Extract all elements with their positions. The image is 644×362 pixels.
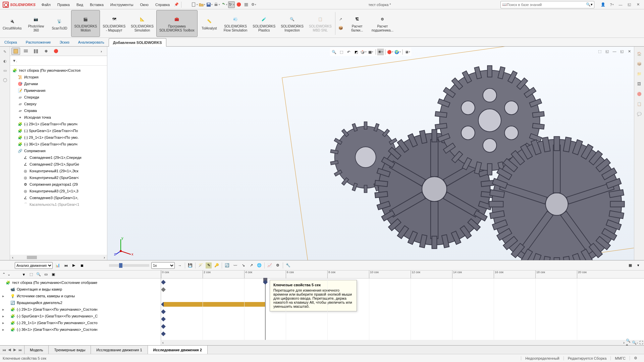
- gravity-icon[interactable]: 🌐: [256, 262, 262, 268]
- menu-справка[interactable]: Справка: [152, 1, 173, 8]
- study-tab[interactable]: Трехмерные виды: [49, 346, 91, 354]
- search-input[interactable]: [507, 3, 586, 7]
- resources-icon[interactable]: 📦: [636, 60, 643, 67]
- user-icon[interactable]: 👤: [600, 1, 606, 8]
- expand-panel-icon[interactable]: ▾: [635, 262, 641, 268]
- feature-tree-tab[interactable]: [11, 48, 20, 55]
- stop-icon[interactable]: ⏹: [79, 262, 85, 268]
- motor-icon[interactable]: 🔄: [224, 262, 230, 268]
- forum-icon[interactable]: 💬: [636, 110, 643, 118]
- view-settings-icon[interactable]: 🖥: [404, 49, 411, 55]
- status-units[interactable]: ММГС: [610, 356, 630, 360]
- tree-item[interactable]: ▱Спереди: [11, 94, 106, 101]
- tree-root[interactable]: 🧩тест сборка (По умолчанию<Состоя: [11, 67, 106, 74]
- gear-part[interactable]: [486, 134, 627, 260]
- property-tab[interactable]: [21, 48, 30, 55]
- tree-item[interactable]: 🎯Датчики: [11, 80, 106, 87]
- search-knowledge-base[interactable]: 📖 🔍▾: [500, 1, 594, 8]
- ribbon-button[interactable]: 📐SOLIDWORKSSimulation: [128, 10, 156, 37]
- keyframe[interactable]: [161, 317, 166, 321]
- add-key-icon[interactable]: 🔑: [214, 262, 220, 268]
- collapse-tree-icon[interactable]: ⌃: [1, 272, 6, 278]
- zoom-out-icon[interactable]: 🔍-: [632, 340, 638, 345]
- study-tab[interactable]: Исследование движения 2: [148, 346, 208, 354]
- zoom-fit-timeline-icon[interactable]: ⛶: [638, 340, 644, 345]
- ribbon-button[interactable]: ⚙Расчетподшипника...: [369, 10, 396, 37]
- ribbon-button[interactable]: 🗺SOLIDWORKS- Маршрут: [100, 10, 128, 37]
- keyframe[interactable]: [161, 331, 166, 336]
- calc-icon[interactable]: 📊: [55, 262, 61, 268]
- tree-item[interactable]: 🔗Сопряжения: [11, 147, 106, 154]
- zoom-fit-icon[interactable]: 🔍: [331, 49, 337, 55]
- command-tab[interactable]: Расположение: [21, 38, 55, 46]
- search-icon[interactable]: 🔍▾: [586, 2, 593, 7]
- new-icon[interactable]: [191, 1, 198, 8]
- keyframe[interactable]: [161, 280, 166, 285]
- save-icon[interactable]: [206, 1, 213, 8]
- play-start-icon[interactable]: ⏮: [63, 262, 69, 268]
- menu-правка[interactable]: Правка: [54, 1, 73, 8]
- expand-icon[interactable]: ›: [97, 48, 106, 55]
- expand-tree-icon[interactable]: ⌄: [6, 272, 11, 278]
- command-tab[interactable]: Сборка: [0, 38, 21, 46]
- tree-item[interactable]: ⌖Исходная точка: [11, 114, 106, 121]
- tree-item[interactable]: ∠Совпадение2 (29<1>,SpurGe: [11, 161, 106, 168]
- ribbon-button[interactable]: 🧪SOLIDWORKSPlastics: [250, 10, 278, 37]
- status-extra-icon[interactable]: ⚙: [630, 356, 641, 360]
- view-palette-icon[interactable]: 🖼: [636, 80, 643, 87]
- display-tab[interactable]: 🔴: [52, 48, 60, 55]
- tree-item[interactable]: ∠Совпадение1 (29<1>,Спереди: [11, 154, 106, 161]
- view-triad[interactable]: y x z: [114, 236, 134, 257]
- keyframe[interactable]: [161, 287, 166, 292]
- restore-icon[interactable]: ◱: [626, 1, 633, 8]
- menu-вставка[interactable]: Вставка: [87, 1, 107, 8]
- motion-tree-item[interactable]: ▸🧩(-) 29<1> (GearTrax<<По умолчанию>_Сос…: [1, 306, 160, 313]
- ribbon-button[interactable]: 🎬SOLIDWORKSMotion: [71, 10, 100, 37]
- home-icon[interactable]: 🏠: [636, 50, 643, 57]
- playmode-icon[interactable]: →: [177, 262, 183, 268]
- tree-item[interactable]: ◎Концентричный3 (29_1<1>,3: [11, 188, 106, 194]
- menu-вид[interactable]: Вид: [73, 1, 87, 8]
- motion-tree-item[interactable]: ▸🧩(-) 36<1> (GearTrax<<По умолчанию>_Сос…: [1, 326, 160, 333]
- command-tab[interactable]: Анализировать: [74, 38, 109, 46]
- ribbon-button[interactable]: 💨SOLIDWORKSFlow Simulation: [221, 10, 250, 37]
- motion-tree-root[interactable]: 🧩тест сборка (По умолчанию<Состояние ото…: [1, 279, 160, 286]
- appearances-icon[interactable]: 🔴: [636, 90, 643, 98]
- filter-icon[interactable]: ▼.: [11, 57, 18, 64]
- timeline-scrollbar[interactable]: ‹› 🔍+ 🔍- ⛶: [161, 340, 644, 345]
- appearance-icon[interactable]: 🔴: [387, 49, 394, 55]
- pin-icon[interactable]: 📌: [173, 1, 180, 8]
- hide-show-icon[interactable]: 👁: [377, 49, 384, 55]
- tree-opt4-icon[interactable]: ▣: [50, 272, 56, 278]
- tree-item[interactable]: 🧩(-) 36<1> (GearTrax<<По умолч: [11, 141, 106, 147]
- results-icon[interactable]: 📈: [267, 262, 273, 268]
- scene-icon[interactable]: 🌍: [394, 49, 401, 55]
- anim-wizard-icon[interactable]: 🪄: [198, 262, 204, 268]
- spring-icon[interactable]: 〰: [232, 262, 238, 268]
- config-tab[interactable]: [32, 48, 40, 55]
- keyframe[interactable]: [161, 309, 166, 314]
- ribbon-button[interactable]: 🔍SOLIDWORKSInspection: [278, 10, 306, 37]
- zoom-in-icon[interactable]: 🔍+: [626, 340, 632, 345]
- command-tab[interactable]: Добавления SOLIDWORKS: [109, 38, 166, 47]
- tree-item[interactable]: ▱Сверху: [11, 101, 106, 107]
- open-icon[interactable]: [199, 1, 205, 8]
- print-icon[interactable]: [213, 1, 220, 8]
- 3d-viewport[interactable]: 🔍 ⬚ ↶ ◩ 🎲 ▦ 👁 🔴 🌍 🖥 ⬚ ◱ — ◱ ✕: [107, 47, 634, 260]
- section-icon[interactable]: ◩: [353, 49, 360, 55]
- tree-item[interactable]: 📝Примечания: [11, 87, 106, 94]
- tree-item[interactable]: ◎Концентричный2 (SpurGear<: [11, 174, 106, 181]
- menu-файл[interactable]: Файл: [38, 1, 54, 8]
- select-icon[interactable]: [228, 1, 235, 8]
- contact-icon[interactable]: ↘: [240, 262, 246, 268]
- study-tab[interactable]: Исследование движения 1: [91, 346, 148, 354]
- tool-icon[interactable]: ◐: [1, 57, 9, 65]
- ribbon-small-icon[interactable]: 📦: [337, 24, 344, 31]
- minimize-icon[interactable]: —: [617, 1, 624, 8]
- ribbon-button[interactable]: 📷PhotoView360: [24, 10, 48, 37]
- autokey-icon[interactable]: ✎: [206, 262, 212, 268]
- tree-opt3-icon[interactable]: ▭: [43, 272, 49, 278]
- play-icon[interactable]: ▶: [71, 262, 77, 268]
- keyframe[interactable]: [161, 324, 166, 329]
- collapse-icon[interactable]: ▦: [627, 262, 633, 268]
